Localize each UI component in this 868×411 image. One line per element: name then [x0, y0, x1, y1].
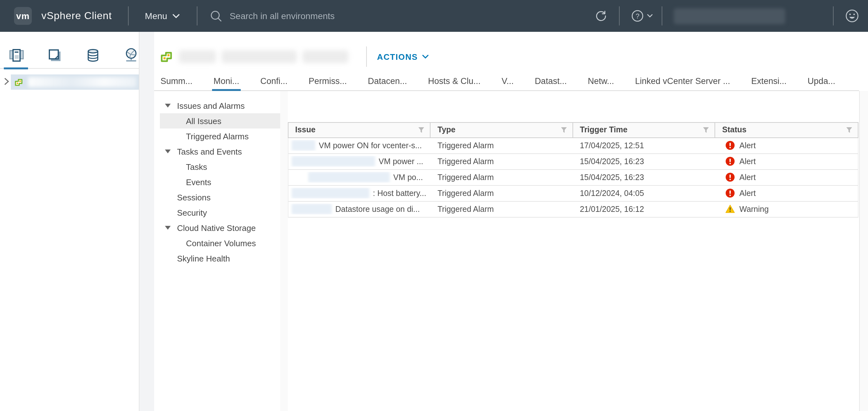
vcenter-icon: [14, 78, 23, 86]
actions-label: ACTIONS: [377, 52, 418, 61]
tab-configure[interactable]: Confi...: [260, 71, 288, 91]
status-cell: Alert: [715, 157, 858, 166]
menu-label: Menu: [145, 11, 167, 21]
chevron-down-icon: [422, 55, 429, 59]
subnav-scroll-gutter[interactable]: [280, 91, 288, 411]
subnav-all-issues[interactable]: All Issues: [160, 113, 280, 129]
all-issues-table: Issue Type Trigger Time Status: [287, 122, 858, 217]
entity-title-redacted: [179, 50, 348, 63]
vcenter-tree-item[interactable]: [11, 74, 139, 90]
alert-icon: [725, 157, 735, 166]
type-cell: Triggered Alarm: [431, 173, 573, 182]
navigator-active-tab-underline: [4, 67, 28, 69]
tab-extensions[interactable]: Extensi...: [751, 71, 786, 91]
subnav-cloud-native-storage[interactable]: Cloud Native Storage: [160, 220, 280, 235]
status-cell: Alert: [715, 141, 858, 150]
entity-header-divider: [366, 46, 367, 67]
svg-text:?: ?: [636, 12, 640, 20]
column-header-issue[interactable]: Issue: [288, 123, 431, 137]
issue-cell: VM power ON for vcenter-s...: [288, 140, 431, 151]
tab-summary[interactable]: Summ...: [160, 71, 193, 91]
subnav-events[interactable]: Events: [160, 174, 280, 190]
tab-networks[interactable]: Netw...: [588, 71, 614, 91]
main-content: ACTIONS Summ... Moni... Confi... Permiss…: [154, 32, 859, 411]
hosts-and-clusters-icon[interactable]: [9, 48, 24, 63]
alert-icon: [725, 172, 735, 182]
menu-button[interactable]: Menu: [145, 11, 179, 21]
tab-updates[interactable]: Upda...: [807, 71, 835, 91]
subnav-container-volumes[interactable]: Container Volumes: [160, 235, 280, 251]
top-header-bar: vm vSphere Client Menu ?: [0, 0, 868, 32]
feedback-smiley-icon[interactable]: [845, 9, 859, 23]
subnav-issues-and-alarms[interactable]: Issues and Alarms: [160, 98, 280, 113]
tab-datacenters[interactable]: Datacen...: [368, 71, 407, 91]
subnav-tasks-and-events[interactable]: Tasks and Events: [160, 144, 280, 159]
search-input[interactable]: [228, 10, 375, 22]
alert-icon: [725, 141, 735, 150]
status-cell: Alert: [715, 188, 858, 198]
subnav-tasks[interactable]: Tasks: [160, 159, 280, 174]
issue-cell: VM po...: [288, 172, 431, 182]
subnav-triggered-alarms[interactable]: Triggered Alarms: [160, 129, 280, 144]
global-search: [210, 10, 375, 22]
subnav-sessions[interactable]: Sessions: [160, 190, 280, 205]
filter-icon[interactable]: [560, 126, 567, 133]
networking-icon[interactable]: [124, 48, 139, 63]
subnav-skyline-health[interactable]: Skyline Health: [160, 251, 280, 266]
header-divider: [662, 6, 662, 26]
caret-down-icon: [165, 104, 171, 107]
trigger-time-cell: 15/04/2025, 16:23: [573, 173, 715, 182]
vsphere-client-window: vm vSphere Client Menu ?: [0, 0, 868, 411]
header-divider: [128, 6, 128, 26]
chevron-down-icon: [172, 14, 179, 18]
table-row[interactable]: Datastore usage on di... Triggered Alarm…: [287, 201, 858, 217]
filter-icon[interactable]: [418, 126, 425, 133]
column-header-status[interactable]: Status: [715, 123, 858, 137]
type-cell: Triggered Alarm: [431, 157, 573, 166]
entity-tab-bar: Summ... Moni... Confi... Permiss... Data…: [154, 71, 859, 91]
issue-entity-redacted: [308, 172, 390, 182]
vmware-logo[interactable]: vm: [14, 7, 32, 25]
storage-icon[interactable]: [85, 48, 101, 63]
actions-button[interactable]: ACTIONS: [377, 52, 429, 61]
table-header-row: Issue Type Trigger Time Status: [287, 122, 858, 138]
tab-permissions[interactable]: Permiss...: [309, 71, 347, 91]
search-icon: [210, 10, 222, 22]
tab-monitor[interactable]: Moni...: [214, 71, 240, 91]
tab-linked-vcenter-server[interactable]: Linked vCenter Server ...: [635, 71, 730, 91]
tab-hosts-and-clusters[interactable]: Hosts & Clu...: [428, 71, 480, 91]
issue-entity-redacted: [291, 156, 375, 167]
help-menu-button[interactable]: ?: [631, 9, 653, 22]
product-name: vSphere Client: [41, 10, 112, 22]
table-row[interactable]: : Host battery... Triggered Alarm 10/12/…: [287, 185, 858, 201]
issue-entity-redacted: [291, 140, 315, 151]
subnav-security[interactable]: Security: [160, 205, 280, 220]
column-header-type[interactable]: Type: [431, 123, 573, 137]
filter-icon[interactable]: [845, 126, 852, 133]
filter-icon[interactable]: [703, 126, 709, 133]
entity-header: ACTIONS: [160, 47, 429, 66]
type-cell: Triggered Alarm: [431, 141, 573, 150]
alert-icon: [725, 188, 735, 198]
table-row[interactable]: VM power ON for vcenter-s... Triggered A…: [287, 138, 858, 153]
header-divider: [619, 6, 620, 26]
logged-in-user-redacted[interactable]: [674, 8, 785, 24]
table-row[interactable]: VM power ... Triggered Alarm 15/04/2025,…: [287, 153, 858, 170]
vms-and-templates-icon[interactable]: [47, 48, 62, 63]
caret-down-icon: [165, 226, 171, 230]
content-scroll-gutter[interactable]: [859, 91, 868, 411]
header-divider: [833, 6, 834, 26]
object-navigator: [0, 32, 139, 411]
tab-vms[interactable]: V...: [501, 71, 514, 91]
tab-datastores[interactable]: Datast...: [535, 71, 567, 91]
refresh-icon[interactable]: [595, 9, 608, 22]
issue-cell: Datastore usage on di...: [288, 204, 431, 214]
table-row[interactable]: VM po... Triggered Alarm 15/04/2025, 16:…: [287, 170, 858, 185]
column-header-trigger-time[interactable]: Trigger Time: [573, 123, 715, 137]
issue-cell: : Host battery...: [288, 188, 431, 199]
tree-expand-chevron-icon[interactable]: [3, 78, 10, 85]
vmware-logo-text: vm: [16, 11, 30, 21]
panel-gutter: [139, 32, 154, 411]
navigator-tab-bar: [0, 32, 139, 69]
issue-entity-redacted: [291, 204, 332, 214]
